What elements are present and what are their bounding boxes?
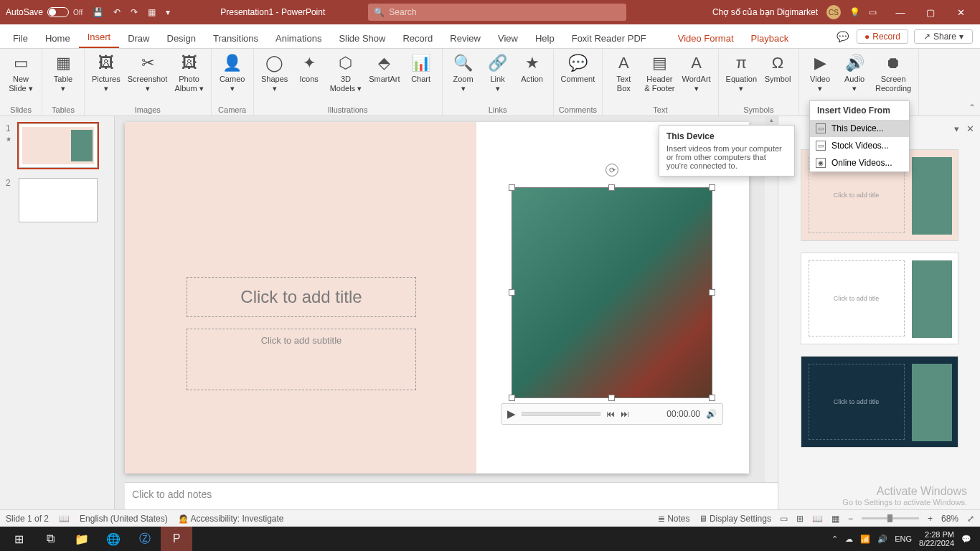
resize-handle[interactable] <box>608 395 615 401</box>
resize-handle[interactable] <box>509 184 515 191</box>
seek-bar[interactable] <box>522 412 600 416</box>
start-button[interactable]: ⊞ <box>3 527 34 551</box>
photo-album-button[interactable]: 🖼PhotoAlbum ▾ <box>171 50 206 93</box>
maximize-button[interactable]: ▢ <box>915 0 946 24</box>
step-back-button[interactable]: ⏮ <box>606 409 615 419</box>
tab-record[interactable]: Record <box>394 28 441 48</box>
slide-canvas[interactable]: Click to add title Click to add subtitle… <box>115 116 778 522</box>
zoom-slider[interactable] <box>862 517 919 519</box>
file-explorer-icon[interactable]: 📁 <box>66 527 98 551</box>
tray-volume-icon[interactable]: 🔊 <box>877 534 887 544</box>
menu-item-this-device[interactable]: ▭This Device... <box>810 120 909 137</box>
screenshot-button[interactable]: ✂Screenshot▾ <box>125 50 171 93</box>
redo-icon[interactable]: ↷ <box>131 7 138 17</box>
tab-help[interactable]: Help <box>527 28 563 48</box>
tab-review[interactable]: Review <box>441 28 489 48</box>
3d-models-button[interactable]: ⬡3DModels ▾ <box>327 50 365 93</box>
system-clock[interactable]: 2:28 PM 8/22/2024 <box>919 530 954 547</box>
step-forward-button[interactable]: ⏭ <box>621 409 629 419</box>
avatar[interactable]: CS <box>826 5 841 19</box>
symbol-button[interactable]: ΩSymbol <box>761 50 794 84</box>
tab-foxit[interactable]: Foxit Reader PDF <box>563 28 655 48</box>
shapes-button[interactable]: ◯Shapes▾ <box>258 50 291 93</box>
autosave-toggle[interactable]: AutoSave Off <box>6 7 83 17</box>
zoom-button[interactable]: 🔍Zoom▾ <box>447 50 480 93</box>
notes-button[interactable]: ≣ Notes <box>658 514 690 524</box>
tab-insert[interactable]: Insert <box>79 27 120 48</box>
tab-view[interactable]: View <box>489 28 527 48</box>
comment-button[interactable]: 💬Comment <box>558 50 598 84</box>
subtitle-placeholder[interactable]: Click to add subtitle <box>187 329 416 390</box>
new-slide-button[interactable]: ▭NewSlide ▾ <box>4 50 37 93</box>
qat-more-icon[interactable]: ▾ <box>166 7 170 17</box>
fit-window-icon[interactable]: ⤢ <box>967 514 974 524</box>
thumbnail-1[interactable]: 1★ <box>6 123 108 168</box>
onedrive-icon[interactable]: ☁ <box>845 534 853 544</box>
chart-button[interactable]: 📊Chart <box>405 50 438 84</box>
menu-item-stock-videos[interactable]: ▭Stock Videos... <box>810 137 909 154</box>
tab-transitions[interactable]: Transitions <box>204 28 267 48</box>
action-button[interactable]: ★Action <box>516 50 549 84</box>
tab-design[interactable]: Design <box>159 28 204 48</box>
task-view-icon[interactable]: ⧉ <box>34 527 66 551</box>
wifi-icon[interactable]: 📶 <box>860 534 870 544</box>
resize-handle[interactable] <box>509 289 515 296</box>
header-footer-button[interactable]: ▤Header& Footer <box>641 50 677 93</box>
video-button[interactable]: ▶Video▾ <box>804 50 837 93</box>
tray-expand-icon[interactable]: ⌃ <box>831 534 838 544</box>
video-object[interactable]: ⟳ <box>512 188 712 397</box>
pane-close-icon[interactable]: ✕ <box>966 123 974 134</box>
powerpoint-icon[interactable]: P <box>161 527 192 551</box>
zoom-out-button[interactable]: − <box>848 514 853 524</box>
resize-handle[interactable] <box>509 395 515 401</box>
spellcheck-icon[interactable]: 📖 <box>59 514 70 524</box>
pane-collapse-icon[interactable]: ▾ <box>954 123 959 134</box>
tab-animations[interactable]: Animations <box>267 28 330 48</box>
zoom-in-button[interactable]: + <box>928 514 933 524</box>
table-button[interactable]: ▦Table▾ <box>47 50 80 93</box>
reading-view-icon[interactable]: 📖 <box>812 514 823 524</box>
volume-icon[interactable]: 🔊 <box>706 409 717 419</box>
zoom-level[interactable]: 68% <box>941 514 958 524</box>
close-button[interactable]: ✕ <box>946 0 976 24</box>
minimize-button[interactable]: — <box>885 0 915 24</box>
share-button[interactable]: ↗ Share ▾ <box>914 29 973 44</box>
resize-handle[interactable] <box>709 395 715 401</box>
vertical-scrollbar[interactable]: ▴ ▾ <box>765 116 778 522</box>
search-box[interactable]: 🔍 <box>368 4 626 21</box>
tab-playback[interactable]: Playback <box>743 28 798 48</box>
language-indicator[interactable]: English (United States) <box>80 514 168 524</box>
zalo-icon[interactable]: Ⓩ <box>129 527 161 551</box>
thumbnail-2[interactable]: 2 <box>6 178 108 222</box>
design-idea-2[interactable]: Click to add title <box>801 253 958 344</box>
equation-button[interactable]: πEquation▾ <box>723 50 760 93</box>
slideshow-view-icon[interactable]: ▦ <box>831 514 839 524</box>
chrome-icon[interactable]: 🌐 <box>98 527 129 551</box>
design-idea-3[interactable]: Click to add title <box>801 356 958 448</box>
display-settings-button[interactable]: 🖥 Display Settings <box>699 514 771 524</box>
undo-icon[interactable]: ↶ <box>113 7 121 17</box>
lightbulb-icon[interactable]: 💡 <box>849 7 860 17</box>
audio-button[interactable]: 🔊Audio▾ <box>838 50 871 93</box>
tab-home[interactable]: Home <box>37 28 79 48</box>
resize-handle[interactable] <box>709 184 715 191</box>
normal-view-icon[interactable]: ▭ <box>780 514 788 524</box>
tab-draw[interactable]: Draw <box>119 28 158 48</box>
screen-recording-button[interactable]: ⏺ScreenRecording <box>872 50 914 93</box>
notifications-icon[interactable]: 💬 <box>961 534 971 544</box>
menu-item-online-videos[interactable]: ◉Online Videos... <box>810 154 909 171</box>
record-button[interactable]: ● Record <box>857 29 908 44</box>
save-icon[interactable]: 💾 <box>93 7 103 17</box>
smartart-button[interactable]: ⬘SmartArt <box>366 50 402 84</box>
search-input[interactable] <box>389 7 621 17</box>
tab-file[interactable]: File <box>4 28 37 48</box>
text-box-button[interactable]: ATextBox <box>607 50 640 93</box>
comments-icon[interactable]: 💬 <box>834 28 851 45</box>
tab-video-format[interactable]: Video Format <box>669 28 743 48</box>
ime-indicator[interactable]: ENG <box>895 534 912 543</box>
title-placeholder[interactable]: Click to add title <box>187 277 416 317</box>
collapse-ribbon-icon[interactable]: ⌃ <box>969 103 976 113</box>
link-button[interactable]: 🔗Link▾ <box>481 50 514 93</box>
rotate-handle-icon[interactable]: ⟳ <box>606 164 618 176</box>
slideshow-icon[interactable]: ▦ <box>148 7 156 17</box>
